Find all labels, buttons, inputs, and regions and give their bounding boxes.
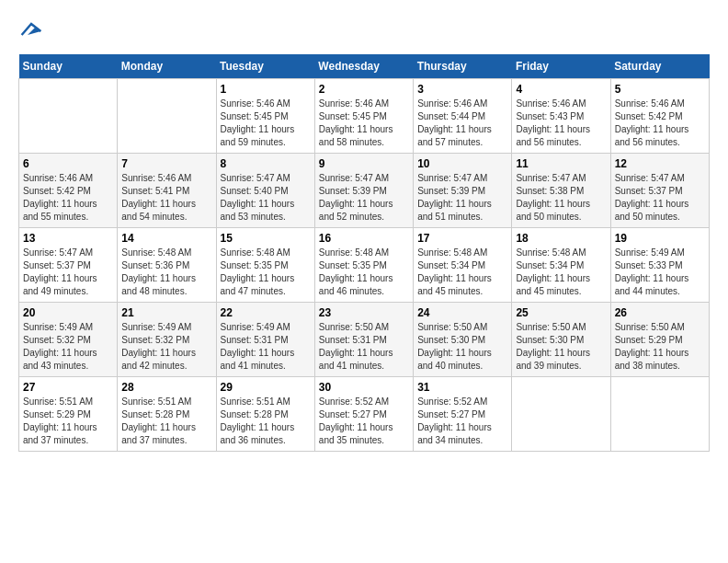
calendar-cell: 28Sunrise: 5:51 AM Sunset: 5:28 PM Dayli… xyxy=(118,377,216,452)
calendar-cell: 2Sunrise: 5:46 AM Sunset: 5:45 PM Daylig… xyxy=(314,79,413,154)
day-info: Sunrise: 5:49 AM Sunset: 5:32 PM Dayligh… xyxy=(121,321,211,373)
calendar-week-row: 1Sunrise: 5:46 AM Sunset: 5:45 PM Daylig… xyxy=(19,79,710,154)
day-number: 14 xyxy=(121,232,211,245)
day-number: 18 xyxy=(516,232,606,245)
day-number: 4 xyxy=(516,83,606,96)
calendar-week-row: 13Sunrise: 5:47 AM Sunset: 5:37 PM Dayli… xyxy=(19,228,710,303)
calendar-week-row: 6Sunrise: 5:46 AM Sunset: 5:42 PM Daylig… xyxy=(19,154,710,228)
weekday-header: Tuesday xyxy=(216,54,314,79)
day-info: Sunrise: 5:47 AM Sunset: 5:40 PM Dayligh… xyxy=(221,172,311,224)
day-info: Sunrise: 5:48 AM Sunset: 5:34 PM Dayligh… xyxy=(417,247,507,298)
day-info: Sunrise: 5:51 AM Sunset: 5:28 PM Dayligh… xyxy=(221,396,311,447)
day-number: 17 xyxy=(417,232,507,245)
day-info: Sunrise: 5:48 AM Sunset: 5:35 PM Dayligh… xyxy=(221,247,311,298)
day-number: 27 xyxy=(23,381,113,394)
day-info: Sunrise: 5:46 AM Sunset: 5:42 PM Dayligh… xyxy=(615,98,705,149)
day-info: Sunrise: 5:51 AM Sunset: 5:28 PM Dayligh… xyxy=(121,396,211,447)
calendar-week-row: 27Sunrise: 5:51 AM Sunset: 5:29 PM Dayli… xyxy=(19,377,710,452)
day-info: Sunrise: 5:48 AM Sunset: 5:36 PM Dayligh… xyxy=(121,247,211,298)
day-number: 9 xyxy=(319,157,409,170)
weekday-header: Saturday xyxy=(610,54,709,79)
day-number: 1 xyxy=(221,83,311,96)
day-number: 5 xyxy=(615,83,705,96)
day-info: Sunrise: 5:47 AM Sunset: 5:37 PM Dayligh… xyxy=(615,172,705,224)
calendar-cell: 12Sunrise: 5:47 AM Sunset: 5:37 PM Dayli… xyxy=(610,154,709,228)
calendar-cell: 8Sunrise: 5:47 AM Sunset: 5:40 PM Daylig… xyxy=(216,154,314,228)
day-info: Sunrise: 5:49 AM Sunset: 5:32 PM Dayligh… xyxy=(23,321,113,373)
calendar-cell xyxy=(512,377,610,452)
day-number: 12 xyxy=(615,157,705,170)
day-info: Sunrise: 5:47 AM Sunset: 5:38 PM Dayligh… xyxy=(516,172,606,224)
day-number: 10 xyxy=(417,157,507,170)
day-number: 16 xyxy=(319,232,409,245)
day-info: Sunrise: 5:50 AM Sunset: 5:31 PM Dayligh… xyxy=(319,321,409,373)
calendar-cell: 6Sunrise: 5:46 AM Sunset: 5:42 PM Daylig… xyxy=(19,154,118,228)
day-info: Sunrise: 5:47 AM Sunset: 5:39 PM Dayligh… xyxy=(417,172,507,224)
day-number: 3 xyxy=(417,83,507,96)
calendar-cell: 30Sunrise: 5:52 AM Sunset: 5:27 PM Dayli… xyxy=(314,377,413,452)
calendar-cell: 27Sunrise: 5:51 AM Sunset: 5:29 PM Dayli… xyxy=(19,377,118,452)
day-info: Sunrise: 5:51 AM Sunset: 5:29 PM Dayligh… xyxy=(23,396,113,447)
page-header xyxy=(18,18,710,45)
day-info: Sunrise: 5:52 AM Sunset: 5:27 PM Dayligh… xyxy=(319,396,409,447)
day-info: Sunrise: 5:46 AM Sunset: 5:45 PM Dayligh… xyxy=(319,98,409,149)
calendar-cell: 19Sunrise: 5:49 AM Sunset: 5:33 PM Dayli… xyxy=(610,228,709,303)
logo-text xyxy=(18,18,42,45)
calendar-cell: 16Sunrise: 5:48 AM Sunset: 5:35 PM Dayli… xyxy=(314,228,413,303)
day-number: 21 xyxy=(121,306,211,319)
logo xyxy=(18,18,42,45)
day-number: 2 xyxy=(319,83,409,96)
day-number: 15 xyxy=(221,232,311,245)
calendar-week-row: 20Sunrise: 5:49 AM Sunset: 5:32 PM Dayli… xyxy=(19,303,710,377)
day-number: 20 xyxy=(23,306,113,319)
calendar-cell: 21Sunrise: 5:49 AM Sunset: 5:32 PM Dayli… xyxy=(118,303,216,377)
calendar-cell xyxy=(610,377,709,452)
calendar-cell: 24Sunrise: 5:50 AM Sunset: 5:30 PM Dayli… xyxy=(414,303,512,377)
calendar-cell: 1Sunrise: 5:46 AM Sunset: 5:45 PM Daylig… xyxy=(216,79,314,154)
day-info: Sunrise: 5:48 AM Sunset: 5:34 PM Dayligh… xyxy=(516,247,606,298)
day-number: 25 xyxy=(516,306,606,319)
calendar-cell: 9Sunrise: 5:47 AM Sunset: 5:39 PM Daylig… xyxy=(314,154,413,228)
calendar-cell: 4Sunrise: 5:46 AM Sunset: 5:43 PM Daylig… xyxy=(512,79,610,154)
calendar: SundayMondayTuesdayWednesdayThursdayFrid… xyxy=(18,54,710,452)
calendar-cell: 7Sunrise: 5:46 AM Sunset: 5:41 PM Daylig… xyxy=(118,154,216,228)
calendar-cell: 11Sunrise: 5:47 AM Sunset: 5:38 PM Dayli… xyxy=(512,154,610,228)
calendar-cell: 25Sunrise: 5:50 AM Sunset: 5:30 PM Dayli… xyxy=(512,303,610,377)
day-info: Sunrise: 5:47 AM Sunset: 5:39 PM Dayligh… xyxy=(319,172,409,224)
day-number: 30 xyxy=(319,381,409,394)
day-info: Sunrise: 5:49 AM Sunset: 5:31 PM Dayligh… xyxy=(221,321,311,373)
day-info: Sunrise: 5:50 AM Sunset: 5:30 PM Dayligh… xyxy=(417,321,507,373)
day-info: Sunrise: 5:46 AM Sunset: 5:43 PM Dayligh… xyxy=(516,98,606,149)
calendar-cell: 3Sunrise: 5:46 AM Sunset: 5:44 PM Daylig… xyxy=(414,79,512,154)
day-number: 23 xyxy=(319,306,409,319)
calendar-cell: 10Sunrise: 5:47 AM Sunset: 5:39 PM Dayli… xyxy=(414,154,512,228)
day-number: 8 xyxy=(221,157,311,170)
day-info: Sunrise: 5:52 AM Sunset: 5:27 PM Dayligh… xyxy=(417,396,507,447)
day-info: Sunrise: 5:50 AM Sunset: 5:30 PM Dayligh… xyxy=(516,321,606,373)
calendar-cell: 5Sunrise: 5:46 AM Sunset: 5:42 PM Daylig… xyxy=(610,79,709,154)
calendar-header-row: SundayMondayTuesdayWednesdayThursdayFrid… xyxy=(19,54,710,79)
calendar-cell: 31Sunrise: 5:52 AM Sunset: 5:27 PM Dayli… xyxy=(414,377,512,452)
day-info: Sunrise: 5:47 AM Sunset: 5:37 PM Dayligh… xyxy=(23,247,113,298)
day-info: Sunrise: 5:48 AM Sunset: 5:35 PM Dayligh… xyxy=(319,247,409,298)
day-info: Sunrise: 5:46 AM Sunset: 5:42 PM Dayligh… xyxy=(23,172,113,224)
day-number: 28 xyxy=(121,381,211,394)
day-info: Sunrise: 5:50 AM Sunset: 5:29 PM Dayligh… xyxy=(615,321,705,373)
day-number: 22 xyxy=(221,306,311,319)
day-number: 11 xyxy=(516,157,606,170)
day-info: Sunrise: 5:46 AM Sunset: 5:41 PM Dayligh… xyxy=(121,172,211,224)
day-number: 6 xyxy=(23,157,113,170)
day-info: Sunrise: 5:46 AM Sunset: 5:45 PM Dayligh… xyxy=(221,98,311,149)
calendar-cell: 26Sunrise: 5:50 AM Sunset: 5:29 PM Dayli… xyxy=(610,303,709,377)
calendar-cell: 23Sunrise: 5:50 AM Sunset: 5:31 PM Dayli… xyxy=(314,303,413,377)
calendar-cell: 20Sunrise: 5:49 AM Sunset: 5:32 PM Dayli… xyxy=(19,303,118,377)
day-info: Sunrise: 5:46 AM Sunset: 5:44 PM Dayligh… xyxy=(417,98,507,149)
calendar-cell: 17Sunrise: 5:48 AM Sunset: 5:34 PM Dayli… xyxy=(414,228,512,303)
calendar-cell xyxy=(118,79,216,154)
weekday-header: Friday xyxy=(512,54,610,79)
day-number: 31 xyxy=(417,381,507,394)
day-number: 13 xyxy=(23,232,113,245)
weekday-header: Sunday xyxy=(19,54,118,79)
day-number: 24 xyxy=(417,306,507,319)
weekday-header: Thursday xyxy=(414,54,512,79)
